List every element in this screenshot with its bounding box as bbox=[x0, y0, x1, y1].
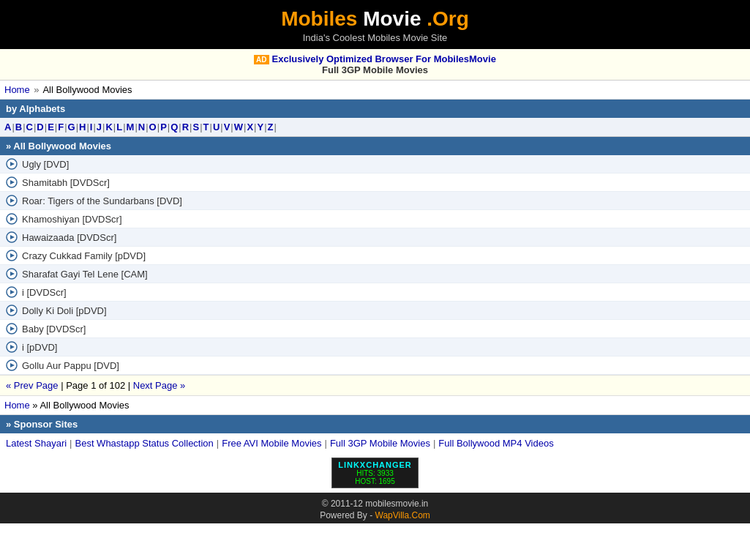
movie-item[interactable]: Crazy Cukkad Family [pDVD] bbox=[0, 247, 750, 265]
site-header: Mobiles Movie .Org India's Coolest Mobil… bbox=[0, 0, 750, 49]
alpha-R[interactable]: R bbox=[182, 122, 189, 132]
movie-link[interactable]: Sharafat Gayi Tel Lene [CAM] bbox=[22, 269, 148, 280]
alpha-K[interactable]: K bbox=[105, 122, 112, 132]
sponsor-link-mp4[interactable]: Full Bollywood MP4 Videos bbox=[438, 438, 553, 449]
alpha-O[interactable]: O bbox=[149, 122, 157, 132]
movies-section-header: » All Bollywood Movies bbox=[0, 137, 750, 155]
play-icon bbox=[6, 323, 18, 335]
top-breadcrumb: Home » All Bollywood Movies bbox=[0, 81, 750, 100]
sponsor-link-3gp[interactable]: Full 3GP Mobile Movies bbox=[330, 438, 430, 449]
bottom-breadcrumb: Home » All Bollywood Movies bbox=[0, 396, 750, 415]
alphabet-section: by Alphabets A|B|C|D|E|F|G|H|I|J|K|L|M|N… bbox=[0, 100, 750, 137]
movie-item[interactable]: Hawaizaada [DVDScr] bbox=[0, 228, 750, 247]
movie-item[interactable]: Shamitabh [DVDScr] bbox=[0, 173, 750, 192]
play-icon bbox=[6, 176, 18, 188]
sponsor-section: » Sponsor Sites Latest Shayari|Best Whas… bbox=[0, 415, 750, 493]
alpha-B[interactable]: B bbox=[15, 122, 22, 132]
alpha-H[interactable]: H bbox=[79, 122, 86, 132]
lx-host: HOST: 1695 bbox=[338, 477, 412, 485]
title-movie: Movie bbox=[357, 7, 421, 30]
sponsor-header: » Sponsor Sites bbox=[0, 415, 750, 433]
movie-link[interactable]: Dolly Ki Doli [pDVD] bbox=[22, 305, 107, 316]
movie-link[interactable]: i [pDVD] bbox=[22, 342, 57, 353]
movie-link[interactable]: Hawaizaada [DVDScr] bbox=[22, 232, 116, 243]
alpha-U[interactable]: U bbox=[213, 122, 220, 132]
movie-link[interactable]: Khamoshiyan [DVDScr] bbox=[22, 214, 122, 225]
alpha-C[interactable]: C bbox=[26, 122, 33, 132]
ad-label: AD bbox=[254, 55, 269, 64]
sponsor-link-whatsapp[interactable]: Best Whastapp Status Collection bbox=[75, 438, 214, 449]
movie-item[interactable]: i [DVDScr] bbox=[0, 283, 750, 302]
play-icon bbox=[6, 213, 18, 225]
bottom-breadcrumb-sep: » bbox=[32, 400, 37, 411]
movie-item[interactable]: Dolly Ki Doli [pDVD] bbox=[0, 302, 750, 320]
play-icon bbox=[6, 286, 18, 298]
movie-item[interactable]: Ugly [DVD] bbox=[0, 155, 750, 173]
breadcrumb-home[interactable]: Home bbox=[4, 84, 30, 95]
movie-link[interactable]: i [DVDScr] bbox=[22, 287, 67, 298]
play-icon bbox=[6, 341, 18, 353]
linkxchanger-banner[interactable]: LINKXCHANGER HITS: 3933 HOST: 1695 bbox=[0, 453, 750, 493]
movies-section: » All Bollywood Movies Ugly [DVD] Shamit… bbox=[0, 137, 750, 375]
alpha-E[interactable]: E bbox=[48, 122, 54, 132]
alpha-T[interactable]: T bbox=[203, 122, 209, 132]
play-icon bbox=[6, 268, 18, 280]
movie-link[interactable]: Gollu Aur Pappu [DVD] bbox=[22, 360, 119, 371]
alpha-N[interactable]: N bbox=[138, 122, 145, 132]
alpha-V[interactable]: V bbox=[224, 122, 230, 132]
movie-link[interactable]: Crazy Cukkad Family [pDVD] bbox=[22, 250, 146, 261]
bottom-breadcrumb-home[interactable]: Home bbox=[4, 400, 30, 411]
ad-line2: Full 3GP Mobile Movies bbox=[0, 64, 750, 75]
powered-by: Powered By - WapVilla.Com bbox=[0, 510, 750, 520]
ad-link[interactable]: Exclusively Optimized Browser For Mobile… bbox=[272, 53, 496, 64]
alpha-L[interactable]: L bbox=[116, 122, 122, 132]
page-info: | Page 1 of 102 | bbox=[61, 380, 133, 391]
play-icon bbox=[6, 359, 18, 371]
alpha-G[interactable]: G bbox=[68, 122, 75, 132]
alphabets-header: by Alphabets bbox=[0, 100, 750, 118]
breadcrumb-current: All Bollywood Movies bbox=[42, 84, 132, 95]
alpha-M[interactable]: M bbox=[127, 122, 135, 132]
movie-link[interactable]: Ugly [DVD] bbox=[22, 159, 69, 170]
movie-item[interactable]: Baby [DVDScr] bbox=[0, 320, 750, 338]
site-tagline: India's Coolest Mobiles Movie Site bbox=[0, 32, 750, 43]
alpha-I[interactable]: I bbox=[90, 122, 93, 132]
movie-item[interactable]: Roar: Tigers of the Sundarbans [DVD] bbox=[0, 192, 750, 210]
alpha-Y[interactable]: Y bbox=[257, 122, 263, 132]
alphabet-bar: A|B|C|D|E|F|G|H|I|J|K|L|M|N|O|P|Q|R|S|T|… bbox=[0, 118, 750, 136]
next-page-link[interactable]: Next Page » bbox=[133, 380, 186, 391]
prev-page-link[interactable]: « Prev Page bbox=[6, 380, 59, 391]
alpha-W[interactable]: W bbox=[234, 122, 243, 132]
sponsor-link-shayari[interactable]: Latest Shayari bbox=[6, 438, 67, 449]
alpha-J[interactable]: J bbox=[97, 122, 102, 132]
lx-title: LINKXCHANGER bbox=[338, 460, 412, 469]
alpha-A[interactable]: A bbox=[4, 122, 11, 132]
powered-text: Powered By - bbox=[320, 510, 372, 520]
alpha-Z[interactable]: Z bbox=[268, 122, 274, 132]
movie-link[interactable]: Baby [DVDScr] bbox=[22, 324, 86, 335]
alpha-S[interactable]: S bbox=[192, 122, 199, 132]
play-icon bbox=[6, 231, 18, 243]
movie-link[interactable]: Roar: Tigers of the Sundarbans [DVD] bbox=[22, 195, 182, 206]
movie-item[interactable]: Khamoshiyan [DVDScr] bbox=[0, 210, 750, 228]
movie-item[interactable]: i [pDVD] bbox=[0, 338, 750, 356]
powered-link[interactable]: WapVilla.Com bbox=[375, 510, 430, 520]
play-icon bbox=[6, 158, 18, 170]
movie-item[interactable]: Sharafat Gayi Tel Lene [CAM] bbox=[0, 265, 750, 283]
alpha-X[interactable]: X bbox=[247, 122, 253, 132]
bottom-breadcrumb-current: All Bollywood Movies bbox=[40, 400, 129, 411]
ad-bar: ADExclusively Optimized Browser For Mobi… bbox=[0, 49, 750, 81]
movie-link[interactable]: Shamitabh [DVDScr] bbox=[22, 177, 110, 188]
title-mobiles: Mobiles bbox=[281, 7, 357, 30]
lx-hits: HITS: 3933 bbox=[338, 469, 412, 477]
copyright: © 2011-12 mobilesmovie.in bbox=[0, 499, 750, 509]
sponsor-link-avi[interactable]: Free AVI Mobile Movies bbox=[222, 438, 321, 449]
alpha-Q[interactable]: Q bbox=[170, 122, 178, 132]
movie-list: Ugly [DVD] Shamitabh [DVDScr] Roar: Tige… bbox=[0, 155, 750, 375]
alpha-D[interactable]: D bbox=[37, 122, 43, 132]
alpha-F[interactable]: F bbox=[58, 122, 64, 132]
movie-item[interactable]: Gollu Aur Pappu [DVD] bbox=[0, 356, 750, 375]
alpha-P[interactable]: P bbox=[160, 122, 167, 132]
sponsor-links: Latest Shayari|Best Whastapp Status Coll… bbox=[0, 433, 750, 453]
pagination: « Prev Page | Page 1 of 102 | Next Page … bbox=[0, 375, 750, 396]
